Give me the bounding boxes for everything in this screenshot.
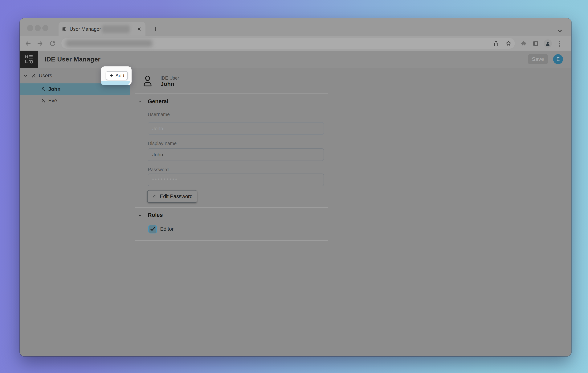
- edit-password-button[interactable]: Edit Password: [147, 190, 197, 203]
- save-button[interactable]: Save: [528, 54, 548, 64]
- spotlight-selected-row-strip: [101, 81, 130, 85]
- globe-favicon-icon: [61, 26, 67, 32]
- app-title: IDE User Manager: [44, 51, 100, 68]
- chevron-down-icon[interactable]: [138, 99, 142, 104]
- tab-title: User Manager: [70, 22, 101, 36]
- tab-bar: User Manager: [20, 18, 571, 36]
- username-label: Username: [148, 112, 170, 117]
- detail-title: John: [160, 81, 174, 87]
- section-heading-general: General: [148, 98, 168, 105]
- chevron-down-icon[interactable]: [23, 74, 28, 78]
- add-button-label: Add: [115, 73, 124, 79]
- password-mask-dots: •••••••••: [152, 176, 178, 182]
- editor-role-checkbox[interactable]: [148, 225, 157, 233]
- browser-toolbar: [20, 36, 571, 51]
- section-heading-roles: Roles: [148, 212, 163, 218]
- url-address-bar[interactable]: [61, 38, 515, 49]
- tab-title-redacted-blur: [102, 25, 130, 33]
- sidebar-item-eve[interactable]: Eve: [20, 95, 135, 106]
- browser-menu-dots-icon[interactable]: [558, 41, 560, 47]
- url-redacted-blur: [66, 40, 152, 47]
- traffic-light-minimize[interactable]: [35, 25, 41, 31]
- app-header: IDE User Manager Save E: [20, 51, 571, 68]
- sidebar-item-label: John: [48, 83, 61, 95]
- extensions-puzzle-icon[interactable]: [520, 40, 527, 47]
- app-body: Users John Eve: [20, 68, 571, 356]
- user-icon: [31, 73, 36, 78]
- display-name-input[interactable]: [148, 148, 324, 161]
- add-user-button[interactable]: Add: [106, 71, 128, 80]
- password-label: Password: [148, 167, 169, 172]
- traffic-light-close[interactable]: [27, 25, 33, 31]
- empty-right-panel: [328, 68, 571, 356]
- divider: [135, 240, 328, 241]
- tab-search-chevron-icon[interactable]: [556, 27, 563, 34]
- user-icon: [41, 98, 46, 103]
- divider: [135, 207, 328, 208]
- edit-password-label: Edit Password: [160, 194, 193, 199]
- tutorial-spotlight: Add: [101, 66, 132, 85]
- side-panel-icon[interactable]: [532, 40, 539, 47]
- editor-role-label: Editor: [160, 226, 174, 232]
- user-icon: [41, 87, 46, 92]
- username-input[interactable]: [148, 122, 324, 135]
- traffic-light-zoom[interactable]: [42, 25, 48, 31]
- bookmark-star-icon[interactable]: [505, 40, 512, 47]
- chevron-down-icon[interactable]: [138, 213, 142, 218]
- user-detail-panel: IDE User John General Username Display n…: [135, 68, 328, 356]
- browser-profile-avatar[interactable]: [544, 39, 552, 48]
- tab-close-icon[interactable]: [136, 26, 142, 32]
- browser-tab[interactable]: User Manager: [59, 22, 146, 36]
- detail-kicker: IDE User: [160, 75, 179, 81]
- user-large-icon: [143, 75, 153, 87]
- sidebar-group-label: Users: [39, 70, 52, 81]
- sidebar-item-label: Eve: [48, 95, 57, 106]
- back-arrow-icon[interactable]: [25, 40, 32, 47]
- new-tab-button-icon[interactable]: [152, 26, 159, 33]
- browser-window: User Manager: [20, 18, 571, 356]
- reload-icon[interactable]: [49, 40, 56, 47]
- app-logo-icon: [20, 51, 38, 68]
- desktop-background: User Manager: [0, 0, 588, 373]
- account-avatar[interactable]: E: [553, 54, 563, 64]
- users-tree-sidebar: Users John Eve: [20, 68, 135, 356]
- share-icon[interactable]: [493, 40, 499, 47]
- forward-arrow-icon[interactable]: [37, 40, 43, 47]
- divider: [135, 93, 328, 94]
- display-name-label: Display name: [148, 141, 177, 146]
